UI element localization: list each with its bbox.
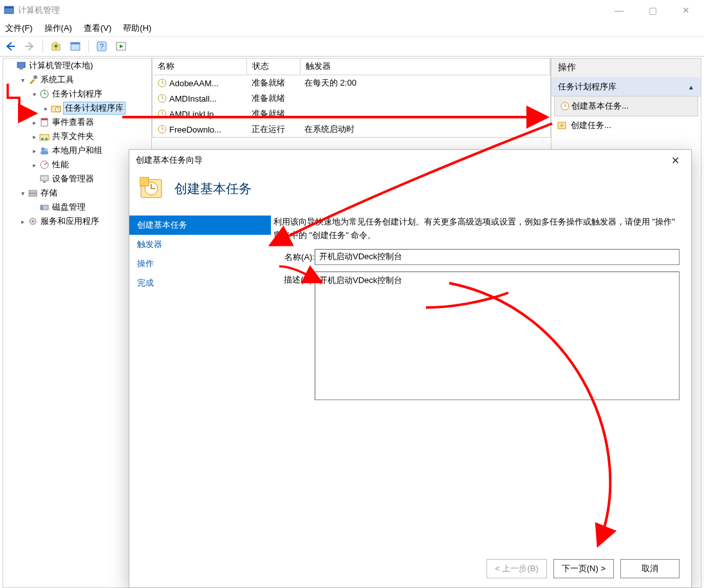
wizard-titlebar[interactable]: 创建基本任务向导 ✕ [129,150,691,170]
wizard-name-input[interactable] [315,249,680,265]
svg-point-19 [41,147,45,151]
tree-root[interactable]: 计算机管理(本地) [3,59,151,73]
task-trigger [299,96,550,100]
performance-icon [39,160,50,170]
svg-rect-39 [140,177,149,186]
window-close-button[interactable]: ✕ [677,5,695,15]
task-icon [557,120,567,131]
task-status-icon [158,109,167,118]
create-basic-task-wizard: 创建基本任务向导 ✕ 创建基本任务 创建基本任务 触发器 操作 完成 利用该向导… [129,149,692,588]
tree-shared-folders[interactable]: ▸共享文件夹 [26,129,151,143]
tree-system-tools[interactable]: ▾ 系统工具 [15,73,151,87]
task-status-icon [158,94,167,103]
expand-icon[interactable]: ▸ [29,133,39,140]
toolbar-view-button[interactable] [68,39,83,54]
toolbar-forward-button[interactable] [22,39,37,54]
computer-icon [16,60,26,71]
task-name: AMDLinkUp... [169,109,221,119]
task-state: 正在运行 [246,122,299,137]
collapse-icon[interactable]: ▾ [17,190,28,197]
task-trigger: 在每天的 2:00 [299,75,550,91]
wizard-step-action[interactable]: 操作 [129,254,271,273]
svg-rect-8 [17,62,25,68]
wizard-step-finish[interactable]: 完成 [129,273,271,293]
svg-rect-24 [43,181,46,183]
expand-icon[interactable]: ▸ [29,119,39,126]
task-trigger: 在系统启动时 [299,122,550,137]
toolbar-help-button[interactable]: ? [94,39,109,54]
wizard-desc-textarea[interactable] [315,271,680,400]
task-status-icon [158,78,167,87]
wizard-step-basic[interactable]: 创建基本任务 [129,216,271,235]
app-icon [4,5,14,15]
svg-point-17 [41,138,44,140]
task-list-header: 名称 状态 触发器 [153,59,550,75]
task-row[interactable]: AdobeAAM...准备就绪在每天的 2:00 [153,75,550,91]
tree-event-viewer[interactable]: ▸事件查看器 [26,115,151,129]
window-maximize-button[interactable]: ▢ [644,5,662,15]
collapse-up-icon[interactable]: ▲ [688,84,694,91]
collapse-icon[interactable]: ▾ [17,77,28,84]
expand-icon[interactable]: ▸ [29,161,39,169]
menu-file[interactable]: 文件(F) [5,23,33,34]
col-name[interactable]: 名称 [153,59,247,75]
menu-bar: 文件(F) 操作(A) 查看(V) 帮助(H) [0,21,704,36]
wizard-cancel-button[interactable]: 取消 [620,559,680,578]
shared-folder-icon [39,131,50,142]
menu-action[interactable]: 操作(A) [44,23,72,34]
wizard-step-trigger[interactable]: 触发器 [129,235,271,254]
storage-icon [28,188,38,198]
expand-icon[interactable]: ▸ [29,147,39,154]
menu-view[interactable]: 查看(V) [84,23,111,34]
svg-rect-1 [5,6,14,8]
expand-icon[interactable]: ▸ [41,105,51,112]
toolbar-up-button[interactable] [48,39,64,54]
disk-icon [39,202,50,212]
device-icon [39,174,50,184]
tree-task-scheduler-library[interactable]: ▸ 任务计划程序库 [38,101,151,115]
svg-rect-9 [19,68,23,69]
svg-rect-15 [41,118,48,120]
svg-rect-25 [29,190,37,193]
svg-point-30 [32,221,34,223]
task-state: 准备就绪 [246,106,299,122]
col-trigger[interactable]: 触发器 [301,59,550,75]
users-icon [39,145,50,156]
task-trigger [299,112,550,116]
task-status-icon [158,125,167,134]
collapse-icon[interactable]: ▾ [29,91,39,98]
expand-icon[interactable]: ▸ [17,218,28,225]
toolbar-separator [88,40,89,53]
svg-rect-4 [71,42,80,44]
task-name: AMDInstall... [169,94,217,104]
task-state: 准备就绪 [246,75,299,91]
toolbar-separator [42,40,43,53]
col-state[interactable]: 状态 [247,59,301,75]
window-minimize-button[interactable]: — [610,5,628,15]
menu-help[interactable]: 帮助(H) [123,23,151,34]
task-row[interactable]: FreeDownlo...正在运行在系统启动时 [153,122,550,137]
svg-rect-21 [41,151,48,154]
svg-rect-28 [41,205,43,210]
wizard-back-button: < 上一步(B) [486,559,547,578]
actions-group-header[interactable]: 任务计划程序库 ▲ [551,78,701,96]
action-create-basic-task[interactable]: 创建基本任务... [554,96,698,116]
wizard-name-label: 名称(A): [273,249,315,263]
tree-task-scheduler[interactable]: ▾ 任务计划程序 [26,87,151,101]
task-row[interactable]: AMDInstall...准备就绪 [153,91,550,106]
wizard-description: 利用该向导快速地为常见任务创建计划。有关更多高级选项或设置，例如多任务操作或触发… [273,216,680,243]
wizard-next-button[interactable]: 下一页(N) > [553,559,614,578]
clock-folder-icon [51,103,61,113]
wizard-close-button[interactable]: ✕ [666,153,685,168]
tools-icon [28,75,38,85]
task-state: 准备就绪 [246,91,299,106]
task-row[interactable]: AMDLinkUp...准备就绪 [153,106,550,122]
services-icon [28,216,38,226]
window-titlebar: 计算机管理 — ▢ ✕ [0,0,704,21]
toolbar-back-button[interactable] [3,39,18,54]
toolbar-run-button[interactable] [113,39,129,54]
event-icon [39,117,50,127]
action-create-task[interactable]: 创建任务... [551,116,701,135]
task-list[interactable]: 名称 状态 触发器 AdobeAAM...准备就绪在每天的 2:00AMDIns… [152,58,551,138]
svg-rect-26 [29,194,37,196]
